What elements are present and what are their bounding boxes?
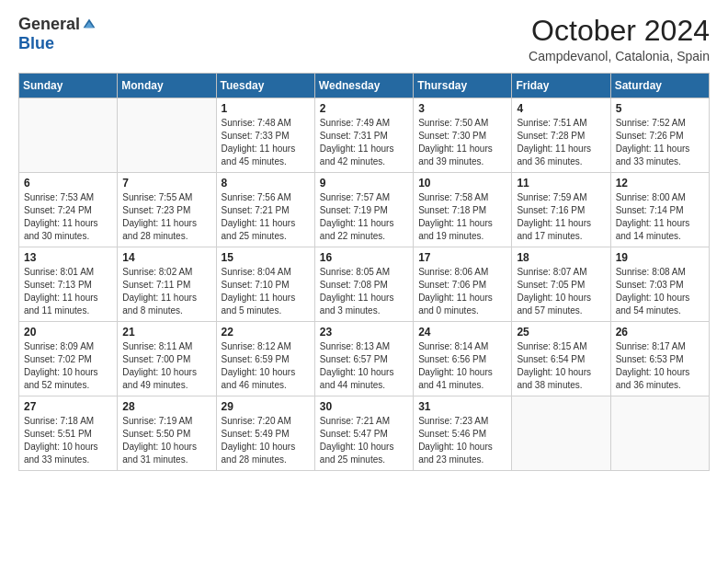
day-detail: Sunrise: 8:02 AMSunset: 7:11 PMDaylight:… — [122, 266, 210, 317]
day-number: 8 — [222, 177, 310, 190]
calendar-header-row: SundayMondayTuesdayWednesdayThursdayFrid… — [19, 74, 710, 98]
day-header-thursday: Thursday — [414, 74, 512, 98]
day-detail: Sunrise: 8:07 AMSunset: 7:05 PMDaylight:… — [517, 266, 605, 317]
day-detail: Sunrise: 8:00 AMSunset: 7:14 PMDaylight:… — [616, 191, 704, 243]
calendar-cell: 7Sunrise: 7:55 AMSunset: 7:23 PMDaylight… — [118, 173, 216, 247]
day-number: 22 — [222, 326, 310, 339]
calendar-cell: 27Sunrise: 7:18 AMSunset: 5:51 PMDayligh… — [19, 396, 118, 471]
day-detail: Sunrise: 7:59 AMSunset: 7:16 PMDaylight:… — [517, 191, 605, 243]
calendar-cell: 1Sunrise: 7:48 AMSunset: 7:33 PMDaylight… — [216, 98, 314, 173]
calendar-cell: 9Sunrise: 7:57 AMSunset: 7:19 PMDaylight… — [314, 173, 413, 247]
calendar-cell: 2Sunrise: 7:49 AMSunset: 7:31 PMDaylight… — [314, 98, 413, 173]
week-row-3: 13Sunrise: 8:01 AMSunset: 7:13 PMDayligh… — [19, 247, 710, 322]
day-detail: Sunrise: 7:56 AMSunset: 7:21 PMDaylight:… — [222, 191, 310, 243]
day-detail: Sunrise: 8:06 AMSunset: 7:06 PMDaylight:… — [418, 266, 506, 317]
day-number: 13 — [24, 251, 112, 264]
day-number: 1 — [222, 102, 310, 115]
calendar-cell: 21Sunrise: 8:11 AMSunset: 7:00 PMDayligh… — [118, 322, 216, 396]
calendar-cell — [512, 396, 610, 471]
day-detail: Sunrise: 8:04 AMSunset: 7:10 PMDaylight:… — [222, 266, 310, 317]
day-number: 18 — [517, 251, 605, 264]
day-number: 7 — [122, 177, 210, 190]
calendar-cell — [610, 396, 709, 471]
location: Campdevanol, Catalonia, Spain — [529, 49, 710, 63]
day-header-friday: Friday — [512, 74, 610, 98]
day-detail: Sunrise: 8:08 AMSunset: 7:03 PMDaylight:… — [616, 266, 704, 317]
day-number: 2 — [320, 102, 408, 115]
day-number: 24 — [418, 326, 506, 339]
calendar-cell: 22Sunrise: 8:12 AMSunset: 6:59 PMDayligh… — [216, 322, 314, 396]
day-detail: Sunrise: 8:13 AMSunset: 6:57 PMDaylight:… — [320, 340, 408, 392]
day-number: 26 — [616, 326, 704, 339]
day-number: 15 — [222, 251, 310, 264]
day-number: 27 — [24, 400, 112, 413]
calendar-cell: 12Sunrise: 8:00 AMSunset: 7:14 PMDayligh… — [610, 173, 709, 247]
calendar-cell: 17Sunrise: 8:06 AMSunset: 7:06 PMDayligh… — [414, 247, 512, 322]
header: General Blue October 2024 Campdevanol, C… — [18, 15, 710, 63]
day-detail: Sunrise: 7:51 AMSunset: 7:28 PMDaylight:… — [517, 117, 605, 168]
day-detail: Sunrise: 7:57 AMSunset: 7:19 PMDaylight:… — [320, 191, 408, 243]
calendar-cell: 19Sunrise: 8:08 AMSunset: 7:03 PMDayligh… — [610, 247, 709, 322]
day-number: 3 — [418, 102, 506, 115]
day-detail: Sunrise: 8:09 AMSunset: 7:02 PMDaylight:… — [24, 340, 112, 392]
day-number: 23 — [320, 326, 408, 339]
calendar-cell: 16Sunrise: 8:05 AMSunset: 7:08 PMDayligh… — [314, 247, 413, 322]
day-number: 5 — [616, 102, 704, 115]
day-number: 28 — [122, 400, 210, 413]
calendar-cell: 31Sunrise: 7:23 AMSunset: 5:46 PMDayligh… — [414, 396, 512, 471]
calendar-cell: 4Sunrise: 7:51 AMSunset: 7:28 PMDaylight… — [512, 98, 610, 173]
day-header-sunday: Sunday — [19, 74, 118, 98]
day-detail: Sunrise: 7:23 AMSunset: 5:46 PMDaylight:… — [418, 415, 506, 466]
calendar-cell: 30Sunrise: 7:21 AMSunset: 5:47 PMDayligh… — [314, 396, 413, 471]
day-number: 25 — [517, 326, 605, 339]
day-detail: Sunrise: 8:05 AMSunset: 7:08 PMDaylight:… — [320, 266, 408, 317]
day-header-tuesday: Tuesday — [216, 74, 314, 98]
day-number: 14 — [122, 251, 210, 264]
day-number: 31 — [418, 400, 506, 413]
page: General Blue October 2024 Campdevanol, C… — [0, 0, 728, 563]
day-detail: Sunrise: 8:17 AMSunset: 6:53 PMDaylight:… — [616, 340, 704, 392]
day-detail: Sunrise: 8:15 AMSunset: 6:54 PMDaylight:… — [517, 340, 605, 392]
day-detail: Sunrise: 7:58 AMSunset: 7:18 PMDaylight:… — [418, 191, 506, 243]
week-row-4: 20Sunrise: 8:09 AMSunset: 7:02 PMDayligh… — [19, 322, 710, 396]
day-detail: Sunrise: 7:21 AMSunset: 5:47 PMDaylight:… — [320, 415, 408, 466]
calendar-cell: 23Sunrise: 8:13 AMSunset: 6:57 PMDayligh… — [314, 322, 413, 396]
calendar-cell: 14Sunrise: 8:02 AMSunset: 7:11 PMDayligh… — [118, 247, 216, 322]
day-detail: Sunrise: 7:50 AMSunset: 7:30 PMDaylight:… — [418, 117, 506, 168]
day-detail: Sunrise: 7:53 AMSunset: 7:24 PMDaylight:… — [24, 191, 112, 243]
logo-general-text: General — [18, 15, 80, 34]
calendar-cell: 5Sunrise: 7:52 AMSunset: 7:26 PMDaylight… — [610, 98, 709, 173]
day-detail: Sunrise: 7:55 AMSunset: 7:23 PMDaylight:… — [122, 191, 210, 243]
day-detail: Sunrise: 7:49 AMSunset: 7:31 PMDaylight:… — [320, 117, 408, 168]
calendar-cell: 15Sunrise: 8:04 AMSunset: 7:10 PMDayligh… — [216, 247, 314, 322]
day-detail: Sunrise: 8:14 AMSunset: 6:56 PMDaylight:… — [418, 340, 506, 392]
calendar-cell: 29Sunrise: 7:20 AMSunset: 5:49 PMDayligh… — [216, 396, 314, 471]
calendar-cell: 6Sunrise: 7:53 AMSunset: 7:24 PMDaylight… — [19, 173, 118, 247]
week-row-2: 6Sunrise: 7:53 AMSunset: 7:24 PMDaylight… — [19, 173, 710, 247]
logo-blue-text: Blue — [18, 34, 54, 53]
calendar-cell: 18Sunrise: 8:07 AMSunset: 7:05 PMDayligh… — [512, 247, 610, 322]
day-number: 19 — [616, 251, 704, 264]
day-number: 21 — [122, 326, 210, 339]
day-detail: Sunrise: 7:20 AMSunset: 5:49 PMDaylight:… — [222, 415, 310, 466]
calendar-cell: 25Sunrise: 8:15 AMSunset: 6:54 PMDayligh… — [512, 322, 610, 396]
day-number: 6 — [24, 177, 112, 190]
month-title: October 2024 — [529, 15, 710, 47]
day-detail: Sunrise: 8:12 AMSunset: 6:59 PMDaylight:… — [222, 340, 310, 392]
calendar-cell: 20Sunrise: 8:09 AMSunset: 7:02 PMDayligh… — [19, 322, 118, 396]
day-header-saturday: Saturday — [610, 74, 709, 98]
day-header-wednesday: Wednesday — [314, 74, 413, 98]
day-detail: Sunrise: 7:18 AMSunset: 5:51 PMDaylight:… — [24, 415, 112, 466]
calendar-cell: 28Sunrise: 7:19 AMSunset: 5:50 PMDayligh… — [118, 396, 216, 471]
day-detail: Sunrise: 7:19 AMSunset: 5:50 PMDaylight:… — [122, 415, 210, 466]
day-detail: Sunrise: 8:01 AMSunset: 7:13 PMDaylight:… — [24, 266, 112, 317]
calendar-cell: 26Sunrise: 8:17 AMSunset: 6:53 PMDayligh… — [610, 322, 709, 396]
calendar-cell — [118, 98, 216, 173]
day-number: 17 — [418, 251, 506, 264]
day-number: 11 — [517, 177, 605, 190]
calendar-cell: 10Sunrise: 7:58 AMSunset: 7:18 PMDayligh… — [414, 173, 512, 247]
calendar-cell: 8Sunrise: 7:56 AMSunset: 7:21 PMDaylight… — [216, 173, 314, 247]
day-header-monday: Monday — [118, 74, 216, 98]
day-number: 29 — [222, 400, 310, 413]
calendar-cell: 24Sunrise: 8:14 AMSunset: 6:56 PMDayligh… — [414, 322, 512, 396]
